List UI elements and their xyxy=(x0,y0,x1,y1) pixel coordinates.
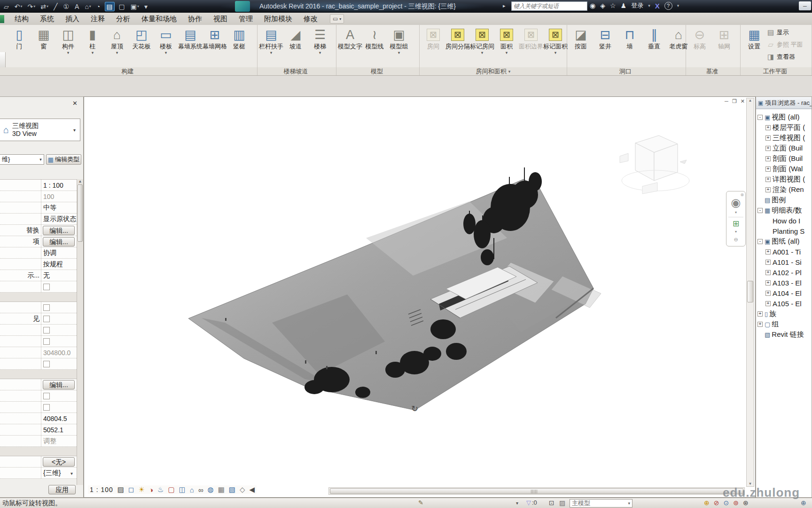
property-row[interactable]: 5052.1 xyxy=(0,424,77,436)
tree-item[interactable]: + 剖面 (Buil xyxy=(757,153,812,164)
tree-expand-icon[interactable]: - xyxy=(757,208,763,213)
tree-item[interactable]: + A104 - El xyxy=(757,288,812,298)
view-control-icon[interactable]: ☀ xyxy=(138,485,144,494)
property-row[interactable] xyxy=(0,302,77,313)
tree-item[interactable]: - ▦ 明细表/数 xyxy=(757,205,812,215)
view-control-icon[interactable]: ◇ xyxy=(240,485,245,494)
view-control-icon[interactable]: ◑ xyxy=(149,486,153,494)
property-row[interactable]: 调整 xyxy=(0,436,77,447)
ribbon-tab[interactable]: 插入 xyxy=(60,13,85,25)
ribbon-tab[interactable]: 视图 xyxy=(208,13,233,25)
ribbon-button[interactable]: ▱参照 平面 xyxy=(766,39,812,51)
property-row[interactable]: 100 xyxy=(0,191,77,202)
view-control-icon[interactable]: ▨ xyxy=(117,485,124,494)
profile-icon[interactable]: ♟ xyxy=(621,2,627,9)
property-row[interactable]: 替换 编辑... xyxy=(0,225,77,236)
tree-item[interactable]: ▤ 图例 xyxy=(757,195,812,205)
ribbon-button[interactable]: ⊖标高 xyxy=(687,26,712,55)
ribbon-button[interactable]: ⊞轴网 xyxy=(712,26,736,55)
ribbon-button[interactable]: ▦窗 xyxy=(31,26,56,55)
tree-item[interactable]: - ▣ 视图 (all) xyxy=(757,112,812,122)
property-row[interactable] xyxy=(0,336,77,347)
tree-expand-icon[interactable]: + xyxy=(765,156,771,161)
tree-item[interactable]: Planting S xyxy=(757,226,812,236)
tree-expand-icon[interactable]: - xyxy=(757,115,763,120)
chevron-down-icon[interactable]: ▾ xyxy=(73,127,80,133)
property-value[interactable]: 编辑... xyxy=(43,226,75,235)
tree-item[interactable]: + ▢ 组 xyxy=(757,319,812,329)
property-row[interactable] xyxy=(0,358,77,370)
property-row[interactable]: 40804.5 xyxy=(0,413,77,424)
view-control-icon[interactable]: ▧ xyxy=(229,485,235,494)
property-value[interactable] xyxy=(41,391,77,401)
favorites-icon[interactable]: ☆ xyxy=(610,2,616,9)
view-control-icon[interactable]: ◻ xyxy=(128,485,134,494)
scrollbar-grip[interactable] xyxy=(531,490,538,493)
tree-item[interactable]: ▧ Revit 链接 xyxy=(757,329,812,340)
view-control-icon[interactable]: ∞ xyxy=(198,486,203,494)
ribbon-button[interactable]: ▤幕墙系统 xyxy=(178,26,203,55)
tree-item[interactable]: + ▯ 族 xyxy=(757,309,812,319)
tree-item[interactable]: + A101 - Si xyxy=(757,257,812,267)
ribbon-button[interactable]: ◢坡道 xyxy=(283,26,308,55)
view-restore-icon[interactable]: ❐ xyxy=(732,98,737,104)
tree-expand-icon[interactable]: + xyxy=(765,291,771,296)
property-value[interactable]: {三维} xyxy=(41,469,77,477)
property-value[interactable] xyxy=(41,359,77,369)
qat-button-icon[interactable]: A xyxy=(74,2,80,11)
tree-expand-icon[interactable]: + xyxy=(765,260,771,265)
panel-label[interactable]: 工作平面 xyxy=(741,67,812,75)
view-control-icon[interactable]: ◀ xyxy=(250,485,255,494)
property-row[interactable]: 协调 xyxy=(0,247,77,259)
property-value[interactable]: 编辑... xyxy=(43,380,75,389)
properties-scrollbar[interactable]: ▲ xyxy=(77,179,83,485)
view-minimize-icon[interactable]: ─ xyxy=(725,98,728,104)
qat-button-icon[interactable]: ▤ xyxy=(105,2,114,11)
ribbon-button[interactable]: ▤栏杆扶手▾ xyxy=(259,26,283,55)
worksets-icon[interactable]: ✎ xyxy=(418,499,423,506)
navbar-collapse-icon[interactable]: ⊖ xyxy=(734,237,738,243)
selection-toggle-icon[interactable]: ⊚ xyxy=(733,499,739,507)
exchange-apps-icon[interactable]: X xyxy=(655,2,660,10)
qat-button-icon[interactable]: ↷▾ xyxy=(27,2,37,11)
ribbon-button[interactable]: ▦设置 xyxy=(742,26,766,70)
qat-button-icon[interactable]: ▢ xyxy=(118,2,126,11)
property-row[interactable]: 见 xyxy=(0,313,77,325)
property-row[interactable] xyxy=(0,402,77,413)
ribbon-button[interactable]: ⊠标记面积▾ xyxy=(543,26,568,55)
qat-button-icon[interactable]: ◔ xyxy=(95,2,102,11)
close-icon[interactable]: ✕ xyxy=(70,100,80,107)
architecture-tab-partial[interactable] xyxy=(0,15,4,23)
tree-expand-icon[interactable]: + xyxy=(757,322,763,327)
view-close-icon[interactable]: ✕ xyxy=(741,98,745,104)
panel-label[interactable]: 构建 xyxy=(0,67,257,75)
property-row[interactable]: 304800.0 xyxy=(0,347,77,358)
ribbon-tab[interactable]: 修改 xyxy=(298,13,323,25)
tree-item[interactable]: - ▣ 图纸 (all) xyxy=(757,236,812,246)
panel-label[interactable]: 楼梯坡道 xyxy=(258,67,336,75)
type-selector[interactable]: ⌂ 三维视图 3D View ▾ xyxy=(0,119,80,141)
qat-button-icon[interactable]: ▱ xyxy=(3,2,10,11)
property-row[interactable]: 示... 无 xyxy=(0,270,77,281)
ribbon-button[interactable]: A模型文字 xyxy=(338,26,362,55)
qat-button-icon[interactable]: ↶▾ xyxy=(14,2,23,11)
property-value[interactable]: 100 xyxy=(41,193,77,200)
project-browser-header[interactable]: ▣ 项目浏览器 - rac_ xyxy=(756,97,812,109)
ribbon-button[interactable]: ≀模型线 xyxy=(362,26,387,55)
help-dropdown-icon[interactable]: ▾ xyxy=(677,3,679,8)
qat-button-icon[interactable]: ╱ xyxy=(53,2,59,11)
property-value[interactable] xyxy=(41,336,77,346)
property-value[interactable]: 1 : 100 xyxy=(41,182,77,189)
horizontal-scrollbar[interactable] xyxy=(328,487,745,495)
ribbon-button[interactable]: ◫构件▾ xyxy=(56,26,80,55)
scroll-up-icon[interactable]: ▲ xyxy=(747,98,754,103)
property-row[interactable]: 中等 xyxy=(0,202,77,214)
ribbon-button[interactable]: ⊠面积边界 xyxy=(519,26,543,55)
property-value[interactable] xyxy=(41,282,77,292)
property-row[interactable] xyxy=(0,293,77,302)
selection-toggle-icon[interactable]: ⊙ xyxy=(723,499,729,507)
apply-button[interactable]: 应用 xyxy=(48,485,76,494)
property-value[interactable] xyxy=(41,314,77,324)
view-control-icon[interactable]: ♨ xyxy=(157,485,164,494)
view-cube[interactable] xyxy=(614,125,694,196)
